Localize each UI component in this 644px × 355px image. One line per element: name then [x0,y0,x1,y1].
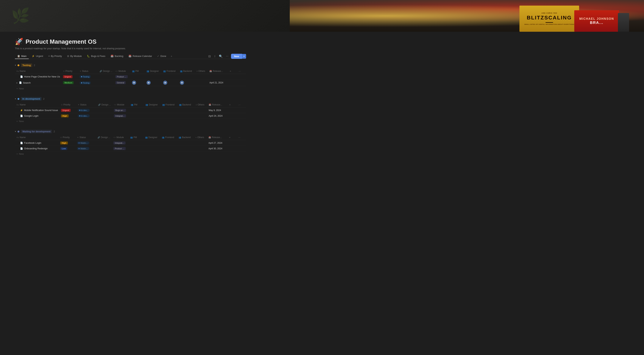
cell-others[interactable] [195,74,208,80]
tab-bugs-fixes[interactable]: 🐛 Bugs & Fixes [85,54,108,59]
add-col-icon[interactable]: + [229,136,230,139]
cell-name[interactable]: 📄 Google Login [15,113,60,119]
cell-module[interactable]: Integrati... [112,113,129,119]
table-row[interactable]: ▶ 📄 Search Medium Testing General W W W [15,80,246,86]
cell-designer[interactable] [145,74,162,80]
cell-backend[interactable] [177,140,194,146]
cell-designer[interactable] [144,113,161,119]
add-new-row-in-development[interactable]: + New [15,119,246,124]
group-toggle-testing[interactable]: ▾ [15,64,16,67]
cell-backend[interactable] [178,108,194,113]
cell-name[interactable]: 📄 Home Page Checklist for New Us [15,74,62,80]
cell-frontend[interactable] [162,74,178,80]
col-header-add[interactable]: + [228,135,237,140]
new-button-chevron[interactable]: ▾ [242,54,246,59]
cell-pm[interactable] [129,140,144,146]
cell-more[interactable] [237,140,246,146]
table-row[interactable]: 📄 Google Login High In dev... Integrati.… [15,113,246,119]
cell-add[interactable] [228,140,237,146]
cell-priority[interactable]: Low [59,146,76,151]
cell-status[interactable]: In dev... [76,108,96,113]
cell-status[interactable]: In dev... [76,113,96,119]
cell-name[interactable]: ▶ 📄 Search [15,80,62,86]
table-row[interactable]: 📄 Onboarding Redesign Low Waitin... Prod… [15,146,246,151]
cell-more[interactable] [237,146,246,151]
cell-backend[interactable] [178,113,194,119]
more-col-icon[interactable]: ··· [239,70,241,73]
col-header-more[interactable]: ··· [237,135,246,140]
cell-add[interactable] [228,80,237,86]
more-col-icon[interactable]: ··· [238,136,240,139]
cell-others[interactable] [194,113,207,119]
cell-module[interactable]: Bugs an... [112,108,129,113]
cell-design[interactable] [96,108,112,113]
cell-pm[interactable] [129,146,144,151]
cell-status[interactable]: Testing [78,74,98,80]
more-options-icon[interactable]: ··· [225,54,229,59]
table-row[interactable]: 📄 Home Page Checklist for New Us Urgent … [15,74,246,80]
cell-design[interactable] [96,146,112,151]
cell-more[interactable] [237,74,246,80]
cell-module[interactable]: Product ... [112,146,129,151]
tab-by-module[interactable]: ⊞ By Module [65,54,84,59]
table-row[interactable]: ⚡ Mobile Notification Sound Issue Urgent… [15,108,246,113]
cell-frontend[interactable]: W [162,80,178,86]
group-toggle-in-development[interactable]: ▾ [15,98,16,100]
cell-name[interactable]: 📄 Facebook Login [15,140,59,146]
cell-frontend[interactable] [160,140,177,146]
new-button[interactable]: New [231,54,242,59]
group-header-testing[interactable]: ▾ Testing 2 [15,64,246,67]
group-header-waiting-for-development[interactable]: ▾ Waiting for development 2 [15,130,246,133]
cell-status[interactable]: Waitin... [76,146,96,151]
col-header-more[interactable]: ··· [237,69,246,74]
cell-design[interactable] [96,113,112,119]
cell-more[interactable] [237,108,246,113]
cell-priority[interactable]: High [59,140,76,146]
cell-backend[interactable] [178,74,195,80]
tab-by-priority[interactable]: ≡ By Priority [46,54,64,59]
cell-priority[interactable]: Urgent [62,74,78,80]
cell-design[interactable] [96,140,112,146]
cell-pm[interactable]: W [130,80,145,86]
cell-add[interactable] [228,74,237,80]
cell-frontend[interactable] [161,113,178,119]
cell-add[interactable] [228,146,237,151]
cell-pm[interactable] [129,108,144,113]
group-header-in-development[interactable]: ▾ In development 2 [15,97,246,101]
cell-more[interactable] [237,113,246,119]
cell-others[interactable] [195,80,208,86]
cell-designer[interactable] [144,146,160,151]
cell-backend[interactable]: W [178,80,195,86]
cell-frontend[interactable] [160,146,177,151]
cell-designer[interactable] [144,140,160,146]
row-expand-icon[interactable]: ▶ [16,82,18,84]
add-new-row-testing[interactable]: + New [15,86,246,91]
cell-designer[interactable] [144,108,161,113]
tab-done[interactable]: ✓ Done [155,54,168,59]
cell-priority[interactable]: Medium [62,80,78,86]
col-header-add[interactable]: + [228,102,237,108]
tab-main[interactable]: 📋 Main [15,54,29,59]
cell-pm[interactable] [130,74,145,80]
tab-add-button[interactable]: + [169,54,174,59]
cell-pm[interactable] [129,113,144,119]
more-col-icon[interactable]: ··· [238,103,240,106]
cell-others[interactable] [194,146,207,151]
cell-module[interactable]: Product ... [114,74,130,80]
tab-urgent[interactable]: ⚡ Urgent [30,54,45,59]
cell-design[interactable] [98,80,114,86]
col-header-add[interactable]: + [228,69,237,74]
cell-name[interactable]: ⚡ Mobile Notification Sound Issue [15,108,60,113]
cell-priority[interactable]: High [60,113,76,119]
cell-others[interactable] [194,108,207,113]
cell-designer[interactable]: W [145,80,162,86]
group-toggle-waiting-for-development[interactable]: ▾ [15,130,16,133]
cell-status[interactable]: Testing [78,80,98,86]
cell-add[interactable] [228,108,237,113]
cell-status[interactable]: Waitin... [76,140,96,146]
add-col-icon[interactable]: + [230,70,231,73]
cell-more[interactable] [237,80,246,86]
cell-frontend[interactable] [161,108,178,113]
add-new-row-waiting-for-development[interactable]: + New [15,151,246,156]
cell-module[interactable]: General [114,80,130,86]
